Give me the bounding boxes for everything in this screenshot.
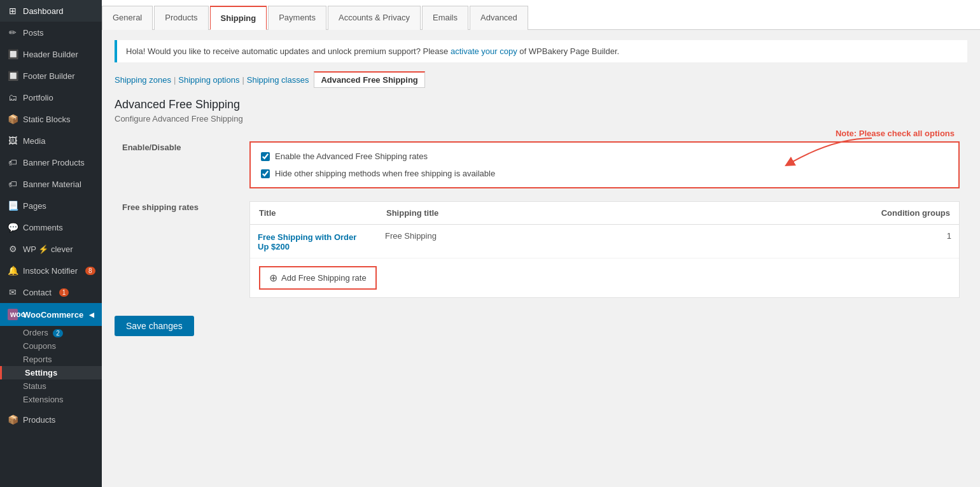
rate-title-cell: Free Shipping with Order Up $200 (250, 225, 377, 258)
sidebar-item-banner-products-label: Banner Products (23, 158, 85, 167)
enable-disable-row: Enable/Disable Enable the Advanced Free … (115, 135, 967, 195)
col-shipping-title: Shipping title (377, 202, 638, 225)
footer-builder-icon: 🔲 (8, 71, 18, 81)
tabs-bar: General Products Shipping Payments Accou… (102, 0, 980, 30)
portfolio-icon: 🗂 (8, 92, 18, 102)
col-title: Title (250, 202, 377, 225)
tab-advanced[interactable]: Advanced (470, 6, 528, 30)
enable-disable-control: Enable the Advanced Free Shipping rates … (242, 135, 967, 195)
sidebar-item-pages[interactable]: 📃 Pages (0, 195, 102, 216)
orders-label: Orders (23, 328, 48, 337)
instock-notifier-badge: 8 (85, 267, 95, 275)
sidebar-sub-coupons[interactable]: Coupons (0, 339, 102, 353)
reports-label: Reports (23, 355, 52, 364)
page-description: Configure Advanced Free Shipping (115, 114, 967, 124)
rates-table: Title Shipping title Condition groups Fr… (250, 202, 959, 258)
sidebar-products-label: Products (23, 415, 55, 425)
contact-badge: 1 (59, 288, 69, 297)
sidebar-item-header-builder-label: Header Builder (23, 50, 78, 59)
tab-general[interactable]: General (102, 6, 153, 30)
enable-checkbox-label[interactable]: Enable the Advanced Free Shipping rates (275, 152, 428, 161)
sidebar-item-posts-label: Posts (23, 28, 44, 38)
enable-checkbox-row: Enable the Advanced Free Shipping rates (261, 152, 948, 161)
posts-icon: ✏ (8, 27, 18, 38)
sidebar-item-banner-material-label: Banner Material (23, 180, 81, 189)
notice-link[interactable]: activate your copy (451, 46, 517, 56)
banner-material-icon: 🏷 (8, 179, 18, 189)
sidebar-item-banner-products[interactable]: 🏷 Banner Products (0, 152, 102, 173)
table-row: Free Shipping with Order Up $200 Free Sh… (250, 225, 959, 258)
sidebar-item-banner-material[interactable]: 🏷 Banner Material (0, 173, 102, 195)
rates-table-header: Title Shipping title Condition groups (250, 202, 959, 225)
sidebar-item-static-blocks[interactable]: 📦 Static Blocks (0, 108, 102, 130)
tab-products[interactable]: Products (154, 6, 208, 30)
static-blocks-icon: 📦 (8, 114, 18, 124)
hide-shipping-checkbox-label[interactable]: Hide other shipping methods when free sh… (275, 169, 495, 178)
sidebar-item-instock-notifier[interactable]: 🔔 Instock Notifier 8 (0, 260, 102, 281)
sidebar-item-dashboard[interactable]: ⊞ Dashboard (0, 0, 102, 22)
coupons-label: Coupons (23, 341, 56, 351)
sidebar-item-pages-label: Pages (23, 201, 46, 211)
pages-icon: 📃 (8, 201, 18, 211)
tab-emails[interactable]: Emails (422, 6, 468, 30)
woocommerce-collapse-icon: ◀ (89, 311, 94, 318)
sidebar-item-woocommerce[interactable]: woo WooCommerce ◀ (0, 303, 102, 326)
enable-disable-label: Enable/Disable (115, 135, 242, 195)
note-text: Note: Please check all options (836, 129, 955, 138)
tab-accounts-privacy[interactable]: Accounts & Privacy (328, 6, 421, 30)
add-free-shipping-rate-button[interactable]: ⊕ Add Free Shipping rate (260, 267, 375, 288)
rate-title-link[interactable]: Free Shipping with Order Up $200 (258, 232, 356, 251)
sidebar-item-media[interactable]: 🖼 Media (0, 130, 102, 152)
sidebar-item-portfolio[interactable]: 🗂 Portfolio (0, 87, 102, 108)
notice-text-after: of WPBakery Page Builder. (517, 46, 619, 56)
tab-shipping[interactable]: Shipping (210, 6, 267, 30)
contact-icon: ✉ (8, 287, 18, 297)
orders-badge: 2 (53, 329, 63, 337)
sidebar-item-dashboard-label: Dashboard (23, 6, 64, 16)
extensions-label: Extensions (23, 395, 64, 404)
add-rate-label: Add Free Shipping rate (281, 273, 367, 283)
sidebar-item-posts[interactable]: ✏ Posts (0, 22, 102, 43)
subtab-advanced-free-shipping[interactable]: Advanced Free Shipping (314, 71, 424, 88)
hide-shipping-checkbox[interactable] (261, 169, 270, 178)
main-content: General Products Shipping Payments Accou… (102, 0, 980, 487)
sidebar-item-instock-notifier-label: Instock Notifier (23, 266, 78, 276)
woocommerce-icon: woo (8, 309, 18, 320)
subtab-shipping-options[interactable]: Shipping options (178, 75, 239, 85)
sidebar-item-comments[interactable]: 💬 Comments (0, 216, 102, 238)
media-icon: 🖼 (8, 136, 18, 146)
sub-tabs: Shipping zones | Shipping options | Ship… (115, 71, 967, 88)
enable-checkbox[interactable] (261, 152, 270, 161)
subtab-shipping-zones[interactable]: Shipping zones (115, 75, 171, 85)
sidebar-sub-settings[interactable]: Settings (0, 366, 102, 379)
add-rate-box: ⊕ Add Free Shipping rate (259, 266, 377, 290)
sidebar-sub-status[interactable]: Status (0, 379, 102, 393)
banner-products-icon: 🏷 (8, 157, 18, 167)
rates-row: Free shipping rates Title Shipping title… (115, 195, 967, 304)
wp-clever-icon: ⚙ (8, 244, 18, 254)
sidebar-item-comments-label: Comments (23, 223, 63, 232)
sidebar-sub-extensions[interactable]: Extensions (0, 393, 102, 406)
tab-payments[interactable]: Payments (268, 6, 326, 30)
sidebar-woocommerce-label: WooCommerce (23, 310, 83, 320)
rates-table-wrapper: Title Shipping title Condition groups Fr… (249, 201, 960, 298)
page-title: Advanced Free Shipping (115, 98, 967, 111)
subtab-separator-2: | (242, 75, 244, 85)
free-shipping-rates-label: Free shipping rates (115, 195, 242, 304)
sidebar-item-contact[interactable]: ✉ Contact 1 (0, 281, 102, 303)
sidebar-sub-orders[interactable]: Orders 2 (0, 326, 102, 339)
products-icon: 📦 (8, 414, 18, 425)
status-label: Status (23, 381, 46, 391)
sidebar-sub-reports[interactable]: Reports (0, 353, 102, 366)
settings-table: Enable/Disable Enable the Advanced Free … (115, 135, 967, 304)
sidebar-item-media-label: Media (23, 136, 45, 146)
sidebar-item-static-blocks-label: Static Blocks (23, 115, 70, 124)
sidebar-item-wp-clever[interactable]: ⚙ WP ⚡ clever (0, 238, 102, 260)
subtab-shipping-classes[interactable]: Shipping classes (247, 75, 309, 85)
sidebar-item-footer-builder-label: Footer Builder (23, 71, 75, 81)
sidebar-item-products[interactable]: 📦 Products (0, 409, 102, 430)
sidebar-item-footer-builder[interactable]: 🔲 Footer Builder (0, 65, 102, 87)
notice-bar: Hola! Would you like to receive automati… (115, 40, 967, 62)
sidebar-item-header-builder[interactable]: 🔲 Header Builder (0, 43, 102, 65)
save-changes-button[interactable]: Save changes (115, 316, 194, 336)
